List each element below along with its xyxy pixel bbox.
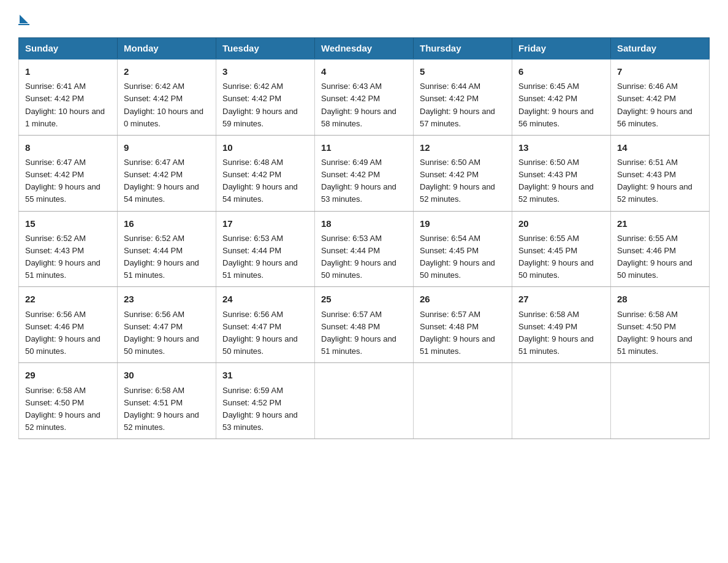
calendar-cell: 10Sunrise: 6:48 AMSunset: 4:42 PMDayligh… — [216, 135, 315, 211]
daylight-text: Daylight: 9 hours and 55 minutes. — [25, 182, 100, 204]
daylight-text: Daylight: 9 hours and 52 minutes. — [25, 410, 100, 432]
day-header-friday: Friday — [512, 38, 611, 59]
sunset-text: Sunset: 4:42 PM — [124, 170, 183, 179]
day-number: 30 — [124, 368, 210, 382]
daylight-text: Daylight: 9 hours and 50 minutes. — [518, 258, 594, 280]
logo — [18, 12, 29, 25]
daylight-text: Daylight: 9 hours and 50 minutes. — [222, 334, 298, 356]
calendar-cell — [512, 363, 611, 439]
calendar-header-row: SundayMondayTuesdayWednesdayThursdayFrid… — [19, 38, 710, 59]
day-number: 11 — [321, 140, 407, 155]
day-number: 23 — [124, 292, 210, 306]
sunrise-text: Sunrise: 6:48 AM — [222, 158, 283, 167]
sunset-text: Sunset: 4:52 PM — [222, 398, 281, 407]
sunset-text: Sunset: 4:45 PM — [420, 246, 479, 255]
day-number: 21 — [617, 216, 703, 231]
daylight-text: Daylight: 9 hours and 52 minutes. — [124, 410, 199, 432]
sunset-text: Sunset: 4:43 PM — [617, 170, 676, 179]
daylight-text: Daylight: 9 hours and 52 minutes. — [420, 182, 495, 204]
sunrise-text: Sunrise: 6:57 AM — [321, 310, 382, 319]
day-header-monday: Monday — [118, 38, 216, 59]
calendar-cell: 30Sunrise: 6:58 AMSunset: 4:51 PMDayligh… — [118, 363, 216, 439]
calendar-cell: 26Sunrise: 6:57 AMSunset: 4:48 PMDayligh… — [414, 287, 512, 363]
daylight-text: Daylight: 9 hours and 51 minutes. — [222, 258, 298, 280]
sunset-text: Sunset: 4:48 PM — [420, 322, 479, 331]
daylight-text: Daylight: 9 hours and 57 minutes. — [420, 107, 495, 128]
sunrise-text: Sunrise: 6:46 AM — [617, 82, 678, 91]
day-number: 22 — [25, 292, 111, 306]
daylight-text: Daylight: 9 hours and 56 minutes. — [617, 107, 692, 128]
daylight-text: Daylight: 9 hours and 56 minutes. — [518, 107, 594, 128]
calendar-cell: 6Sunrise: 6:45 AMSunset: 4:42 PMDaylight… — [512, 59, 611, 135]
day-header-tuesday: Tuesday — [216, 38, 315, 59]
daylight-text: Daylight: 9 hours and 52 minutes. — [617, 182, 692, 204]
day-number: 16 — [124, 216, 210, 231]
sunset-text: Sunset: 4:42 PM — [420, 94, 479, 103]
daylight-text: Daylight: 9 hours and 50 minutes. — [617, 258, 692, 280]
calendar-cell — [611, 363, 710, 439]
daylight-text: Daylight: 9 hours and 59 minutes. — [222, 107, 298, 128]
sunset-text: Sunset: 4:42 PM — [321, 94, 380, 103]
day-number: 31 — [222, 368, 308, 382]
calendar-table: SundayMondayTuesdayWednesdayThursdayFrid… — [18, 37, 710, 439]
day-number: 17 — [222, 216, 308, 231]
sunset-text: Sunset: 4:43 PM — [518, 170, 577, 179]
sunrise-text: Sunrise: 6:42 AM — [124, 82, 184, 91]
sunrise-text: Sunrise: 6:43 AM — [321, 82, 382, 91]
sunrise-text: Sunrise: 6:42 AM — [222, 82, 283, 91]
calendar-cell: 18Sunrise: 6:53 AMSunset: 4:44 PMDayligh… — [315, 211, 414, 287]
calendar-cell: 1Sunrise: 6:41 AMSunset: 4:42 PMDaylight… — [19, 59, 118, 135]
day-number: 7 — [617, 64, 703, 79]
sunset-text: Sunset: 4:51 PM — [124, 398, 183, 407]
sunrise-text: Sunrise: 6:52 AM — [25, 234, 86, 243]
calendar-cell: 20Sunrise: 6:55 AMSunset: 4:45 PMDayligh… — [512, 211, 611, 287]
calendar-cell: 22Sunrise: 6:56 AMSunset: 4:46 PMDayligh… — [19, 287, 118, 363]
day-number: 15 — [25, 216, 111, 231]
daylight-text: Daylight: 9 hours and 50 minutes. — [25, 334, 100, 356]
day-number: 25 — [321, 292, 407, 306]
sunrise-text: Sunrise: 6:44 AM — [420, 82, 480, 91]
daylight-text: Daylight: 9 hours and 51 minutes. — [617, 334, 692, 356]
sunset-text: Sunset: 4:46 PM — [617, 246, 676, 255]
calendar-cell: 5Sunrise: 6:44 AMSunset: 4:42 PMDaylight… — [414, 59, 512, 135]
day-number: 19 — [420, 216, 506, 231]
daylight-text: Daylight: 9 hours and 53 minutes. — [321, 182, 396, 204]
daylight-text: Daylight: 9 hours and 50 minutes. — [321, 258, 396, 280]
calendar-week-row: 15Sunrise: 6:52 AMSunset: 4:43 PMDayligh… — [19, 211, 710, 287]
day-number: 2 — [124, 64, 210, 79]
day-header-wednesday: Wednesday — [315, 38, 414, 59]
sunset-text: Sunset: 4:42 PM — [222, 170, 281, 179]
day-number: 3 — [222, 64, 308, 79]
day-number: 18 — [321, 216, 407, 231]
sunset-text: Sunset: 4:46 PM — [25, 322, 84, 331]
calendar-cell — [315, 363, 414, 439]
sunset-text: Sunset: 4:44 PM — [124, 246, 183, 255]
calendar-cell: 29Sunrise: 6:58 AMSunset: 4:50 PMDayligh… — [19, 363, 118, 439]
sunrise-text: Sunrise: 6:56 AM — [124, 310, 184, 319]
sunrise-text: Sunrise: 6:58 AM — [25, 386, 86, 395]
calendar-cell: 27Sunrise: 6:58 AMSunset: 4:49 PMDayligh… — [512, 287, 611, 363]
calendar-cell: 2Sunrise: 6:42 AMSunset: 4:42 PMDaylight… — [118, 59, 216, 135]
day-header-saturday: Saturday — [611, 38, 710, 59]
calendar-cell: 25Sunrise: 6:57 AMSunset: 4:48 PMDayligh… — [315, 287, 414, 363]
daylight-text: Daylight: 9 hours and 51 minutes. — [321, 334, 396, 356]
page-header — [18, 12, 710, 25]
sunrise-text: Sunrise: 6:58 AM — [124, 386, 184, 395]
sunset-text: Sunset: 4:49 PM — [518, 322, 577, 331]
sunset-text: Sunset: 4:42 PM — [321, 170, 380, 179]
calendar-cell: 11Sunrise: 6:49 AMSunset: 4:42 PMDayligh… — [315, 135, 414, 211]
sunset-text: Sunset: 4:50 PM — [25, 398, 84, 407]
sunrise-text: Sunrise: 6:41 AM — [25, 82, 86, 91]
sunset-text: Sunset: 4:42 PM — [25, 94, 84, 103]
sunrise-text: Sunrise: 6:56 AM — [25, 310, 86, 319]
calendar-cell: 31Sunrise: 6:59 AMSunset: 4:52 PMDayligh… — [216, 363, 315, 439]
daylight-text: Daylight: 9 hours and 50 minutes. — [124, 334, 199, 356]
sunrise-text: Sunrise: 6:55 AM — [518, 234, 579, 243]
sunset-text: Sunset: 4:42 PM — [617, 94, 676, 103]
day-number: 24 — [222, 292, 308, 306]
sunrise-text: Sunrise: 6:51 AM — [617, 158, 678, 167]
calendar-cell: 8Sunrise: 6:47 AMSunset: 4:42 PMDaylight… — [19, 135, 118, 211]
day-number: 13 — [518, 140, 604, 155]
day-number: 9 — [124, 140, 210, 155]
sunset-text: Sunset: 4:42 PM — [518, 94, 577, 103]
